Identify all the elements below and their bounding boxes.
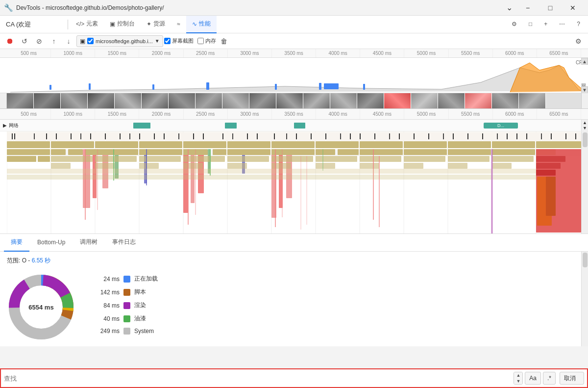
stop-button[interactable]: ⊘ xyxy=(32,34,46,48)
svg-rect-110 xyxy=(360,149,403,155)
search-nav[interactable]: ▲ ▼ xyxy=(514,372,523,385)
tab-summary[interactable]: 摘要 xyxy=(4,234,29,252)
legend-color-system xyxy=(123,328,130,335)
tab-network[interactable]: ≈ xyxy=(171,16,186,33)
legend-name-rendering: 渲染 xyxy=(134,301,146,310)
tab-bottomup[interactable]: Bottom-Up xyxy=(30,234,72,252)
screenshot-label[interactable]: 屏幕截图 xyxy=(164,37,194,45)
summary-scrollbar[interactable] xyxy=(581,252,588,346)
svg-rect-42 xyxy=(247,133,248,139)
legend-name-script: 脚本 xyxy=(134,288,146,296)
tab-performance[interactable]: ∿ 性能 xyxy=(186,16,217,33)
vscroll-up-flame[interactable]: ▲ xyxy=(582,120,588,126)
svg-rect-53 xyxy=(389,133,390,139)
legend-list: 24 ms 正在加载 142 ms 脚本 84 ms 渲染 40 ms 油漆 2… xyxy=(95,273,158,341)
tab-device[interactable]: □ xyxy=(523,16,538,33)
svg-rect-51 xyxy=(360,133,361,139)
svg-rect-29 xyxy=(80,133,81,139)
page-tab[interactable]: CA (欢迎 xyxy=(2,20,66,29)
svg-rect-107 xyxy=(271,149,315,155)
collapse-button[interactable]: ⌄ xyxy=(502,0,516,16)
svg-rect-28 xyxy=(71,133,72,139)
cancel-button[interactable]: 取消 xyxy=(560,372,584,385)
memory-label[interactable]: 内存 xyxy=(197,37,216,45)
svg-rect-125 xyxy=(183,156,225,162)
svg-rect-26 xyxy=(46,133,47,139)
time-4500: 4500 ms xyxy=(360,49,404,57)
svg-rect-69 xyxy=(7,141,50,148)
svg-rect-100 xyxy=(68,149,83,155)
svg-rect-50 xyxy=(350,133,351,139)
legend-ms-loading: 24 ms xyxy=(95,276,120,283)
svg-rect-64 xyxy=(526,133,527,139)
flame-chart[interactable] xyxy=(0,131,588,234)
svg-rect-36 xyxy=(164,133,165,139)
legend-item-system: 249 ms System xyxy=(95,328,158,335)
device-icon: □ xyxy=(529,21,532,27)
svg-rect-39 xyxy=(203,133,204,139)
svg-rect-45 xyxy=(286,133,287,139)
svg-rect-128 xyxy=(316,156,357,162)
svg-rect-1 xyxy=(89,83,91,90)
svg-rect-72 xyxy=(139,141,182,148)
search-input[interactable] xyxy=(4,375,512,382)
memory-checkbox[interactable] xyxy=(197,38,204,44)
svg-rect-6 xyxy=(324,83,339,89)
screenshot-checkbox-2[interactable] xyxy=(164,38,171,44)
settings-icon: ⚙ xyxy=(512,21,517,27)
clear-button[interactable]: 🗑 xyxy=(217,34,231,48)
scroll-down-button[interactable]: ▼ xyxy=(581,86,588,93)
tab-sources[interactable]: ✦ 货源 xyxy=(141,16,171,33)
svg-rect-79 xyxy=(448,141,491,148)
network-row: ▶ 网络 D... ▲ ▼ xyxy=(0,120,588,131)
svg-rect-59 xyxy=(467,133,468,139)
summary-content: 6554 ms 24 ms 正在加载 142 ms 脚本 84 ms 渲染 40… xyxy=(0,268,588,346)
tab-console[interactable]: ▣ 控制台 xyxy=(104,16,141,33)
dropdown-icon[interactable]: ▼ xyxy=(155,38,160,44)
tab-settings[interactable]: ⚙ xyxy=(506,16,523,33)
match-case-button[interactable]: Aa xyxy=(525,372,541,385)
search-prev-button[interactable]: ▲ xyxy=(514,372,522,378)
svg-rect-131 xyxy=(448,156,490,162)
maximize-button[interactable]: □ xyxy=(539,0,562,16)
svg-rect-116 xyxy=(536,156,565,162)
scroll-up-button[interactable]: ▲ xyxy=(581,58,588,65)
overview-graph[interactable]: CPU 网 ▲ ▼ xyxy=(0,58,588,93)
devtools-settings-button[interactable]: ⚙ xyxy=(571,34,585,48)
svg-rect-80 xyxy=(492,141,535,148)
refresh-button[interactable]: ↺ xyxy=(18,34,31,48)
svg-rect-62 xyxy=(507,133,508,139)
svg-rect-122 xyxy=(51,156,93,162)
download-button[interactable]: ↓ xyxy=(62,34,75,48)
tab-bar: CA (欢迎 </> 元素 ▣ 控制台 ✦ 货源 ≈ ∿ 性能 ⚙ □ + ⋯ … xyxy=(0,16,588,33)
tab-calltree[interactable]: 调用树 xyxy=(73,234,104,252)
tab-eventlog[interactable]: 事件日志 xyxy=(105,234,143,252)
svg-rect-49 xyxy=(340,133,341,139)
minimize-button[interactable]: − xyxy=(516,0,539,16)
svg-rect-141 xyxy=(360,163,379,169)
time-6500: 6500 ms xyxy=(537,49,581,57)
tab-help[interactable]: ? xyxy=(571,16,586,33)
time-1000: 1000 ms xyxy=(51,49,95,57)
upload-button[interactable]: ↑ xyxy=(47,34,61,48)
legend-ms-system: 249 ms xyxy=(95,328,120,335)
svg-rect-24 xyxy=(14,133,15,139)
tab-elements[interactable]: </> 元素 xyxy=(70,16,104,33)
search-next-button[interactable]: ▼ xyxy=(514,378,522,384)
vertical-scrollbar[interactable] xyxy=(581,131,588,234)
tab-add[interactable]: + xyxy=(538,16,553,33)
svg-rect-132 xyxy=(492,156,534,162)
close-button[interactable]: ✕ xyxy=(562,0,584,16)
record-button[interactable]: ⏺ xyxy=(3,34,17,48)
time-2000: 2000 ms xyxy=(139,49,183,57)
svg-rect-75 xyxy=(271,141,315,148)
network-icon: ≈ xyxy=(177,21,180,27)
screenshot-checkbox[interactable] xyxy=(87,38,94,44)
tab-more[interactable]: ⋯ xyxy=(553,16,571,33)
vscroll-down-flame[interactable]: ▼ xyxy=(582,126,588,131)
svg-rect-7 xyxy=(363,84,365,90)
legend-color-paint xyxy=(123,315,130,322)
svg-rect-101 xyxy=(85,149,95,155)
scroll-thumb[interactable] xyxy=(583,132,588,147)
regex-button[interactable]: .* xyxy=(543,372,556,385)
